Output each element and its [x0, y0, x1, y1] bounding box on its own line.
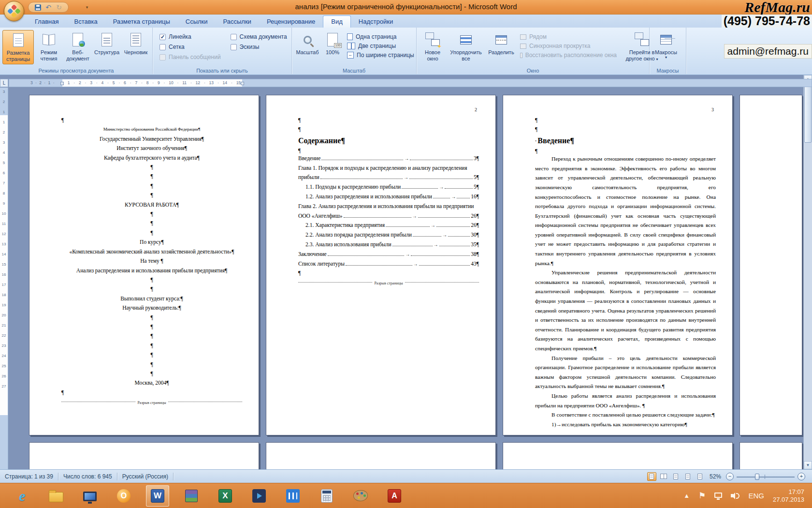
office-button[interactable] — [4, 1, 24, 21]
page-width-button[interactable]: По ширине страницы — [347, 52, 414, 59]
two-pages-button[interactable]: Две страницы — [347, 43, 414, 49]
document-page-row2-partial — [740, 442, 802, 469]
ruler-number: 12 — [0, 232, 8, 242]
zoom-in-button[interactable]: + — [798, 473, 805, 480]
customize-qat-button[interactable]: ▾ — [83, 3, 91, 12]
taskbar-item[interactable] — [281, 485, 304, 507]
macros-button[interactable]: Макросы ▾ — [652, 30, 680, 61]
ruler-number: 21 — [0, 323, 8, 333]
taskbar-item[interactable] — [349, 485, 372, 507]
ribbon-tab[interactable]: Вставка — [66, 16, 105, 28]
zoom-button[interactable]: Масштаб — [294, 30, 320, 57]
view-draft-button[interactable] — [696, 472, 705, 481]
document-area[interactable]: ¶Министерство образования Российской Фед… — [0, 75, 812, 469]
document-page-1[interactable]: ¶Министерство образования Российской Фед… — [29, 95, 259, 435]
view-reading-button[interactable] — [659, 472, 668, 481]
taskbar-item[interactable]: e — [11, 485, 34, 507]
zoom-slider-thumb[interactable] — [755, 474, 759, 480]
scroll-down-icon[interactable]: ▼ — [804, 461, 812, 469]
doc-line: ¶ — [61, 181, 242, 191]
doc-line: ¶ — [61, 369, 242, 378]
outline-view-button[interactable]: Структура — [93, 30, 121, 57]
split-button[interactable]: Разделить — [486, 30, 517, 57]
taskbar-item[interactable]: X — [214, 485, 237, 507]
show-hide-checkbox[interactable]: Схема документа — [231, 33, 287, 40]
group-document-views: Разметка страницы Режим чтения Веб-докум… — [0, 28, 153, 74]
doc-line: ¶ — [61, 275, 242, 284]
indent-marker[interactable] — [241, 82, 244, 85]
zoom-slider[interactable] — [737, 473, 795, 480]
show-hide-checkbox[interactable]: Сетка — [160, 44, 221, 50]
taskbar-item[interactable]: A — [383, 485, 406, 507]
save-button[interactable] — [32, 3, 43, 12]
vertical-ruler[interactable]: 3211234567891011121314151617181920212223… — [0, 88, 8, 469]
scrollbar-thumb[interactable] — [804, 85, 812, 143]
indent-marker[interactable] — [60, 82, 64, 85]
web-layout-button[interactable]: Веб-документ — [64, 30, 92, 63]
view-web-button[interactable] — [671, 472, 681, 481]
tab-mark-icon: → — [442, 230, 447, 240]
toc-row: прибыли → 5¶ — [298, 173, 479, 182]
ribbon-tab[interactable]: Вид — [323, 15, 351, 28]
ribbon-tab[interactable]: Рецензирование — [259, 16, 323, 28]
show-hide-checkbox[interactable]: Линейка — [160, 33, 221, 40]
window-option-button-disabled: Рядом — [520, 33, 617, 40]
ribbon-tab[interactable]: Надстройки — [351, 16, 401, 28]
taskbar-item[interactable] — [44, 485, 68, 507]
desktop: анализ [Режим ограниченной функционально… — [0, 0, 812, 508]
toc-heading: Содержание¶ — [298, 134, 479, 147]
ruler-number: 20 — [0, 313, 8, 323]
ruler-number: 19 — [0, 303, 8, 313]
network-icon[interactable] — [714, 493, 722, 498]
tray-expand-icon[interactable]: ▲ — [683, 492, 690, 499]
status-page-indicator[interactable]: Страница: 1 из 39 — [0, 473, 58, 480]
taskbar-item[interactable]: W — [146, 485, 169, 507]
ribbon-tab[interactable]: Разметка страницы — [105, 16, 178, 28]
redo-button[interactable]: ↻ — [54, 3, 64, 12]
page-width-icon — [347, 52, 354, 59]
zoom-100-button[interactable]: 100% — [321, 30, 344, 57]
tab-selector-button[interactable]: L — [0, 79, 8, 87]
body-paragraph: 1)→исследовать прибыль как экономическую… — [535, 420, 716, 430]
print-layout-button[interactable]: Разметка страницы — [2, 30, 34, 64]
clock[interactable]: 17:07 27.07.2013 — [773, 488, 807, 504]
doc-line: ¶ — [61, 209, 242, 219]
volume-icon[interactable] — [731, 492, 740, 500]
vertical-scrollbar[interactable]: ▲ ▼ — [803, 75, 812, 469]
view-outline-button[interactable] — [683, 472, 693, 481]
clock-date: 27.07.2013 — [773, 496, 804, 504]
action-center-flag-icon[interactable]: ⚑ — [698, 491, 706, 501]
taskbar-item[interactable] — [180, 485, 203, 507]
taskbar-item[interactable] — [78, 485, 102, 507]
doc-line: «Комплексный экономический анализ хозяйс… — [61, 247, 242, 256]
tab-mark-icon: → — [451, 192, 456, 202]
language-indicator[interactable]: ENG — [748, 492, 764, 500]
taskbar-item[interactable]: O — [112, 485, 135, 507]
doc-line: Институт заочного обучения¶ — [61, 144, 242, 153]
arrange-all-button[interactable]: Упорядочить все — [447, 30, 485, 63]
show-hide-checkbox[interactable]: Эскизы — [231, 44, 287, 50]
doc-line: ¶ — [61, 331, 242, 341]
reading-mode-button[interactable]: Режим чтения — [35, 30, 63, 63]
ruler-number: 25 — [0, 364, 8, 374]
zoom-level[interactable]: 52% — [708, 473, 723, 480]
ribbon-tab[interactable]: Рассылки — [216, 16, 259, 28]
show-hide-checkbox[interactable]: Панель сообщений — [160, 54, 221, 60]
view-print-layout-button[interactable] — [647, 472, 656, 481]
ribbon-tab[interactable]: Ссылки — [178, 16, 216, 28]
document-page-3[interactable]: 3 ¶¶ ·Введение¶ ¶ Переход к рыночным отн… — [503, 95, 733, 435]
status-language[interactable]: Русский (Россия) — [117, 473, 173, 480]
undo-button[interactable]: ↶ — [43, 3, 54, 12]
watermark-phone: (495) 795-74-78 — [722, 15, 812, 28]
document-page-2[interactable]: 2 ¶¶ Содержание¶ ¶ Введение → 3¶ — [266, 95, 496, 435]
body-paragraph: В соответствие с поставленной целью реша… — [535, 410, 716, 420]
one-page-button[interactable]: Одна страница — [347, 33, 414, 40]
horizontal-ruler[interactable]: 3 · 2 · 1 · · 1 · 2 · 3 · 4 · 5 · 6 · 7 … — [9, 79, 812, 87]
taskbar-item[interactable] — [315, 485, 338, 507]
ribbon-tab[interactable]: Главная — [27, 16, 66, 28]
zoom-out-button[interactable]: − — [726, 473, 734, 480]
draft-view-button[interactable]: Черновик — [122, 30, 150, 57]
new-window-button[interactable]: ✦ Новое окно — [419, 30, 446, 63]
taskbar-item[interactable] — [247, 485, 271, 507]
status-word-count[interactable]: Число слов: 6 945 — [58, 473, 117, 480]
